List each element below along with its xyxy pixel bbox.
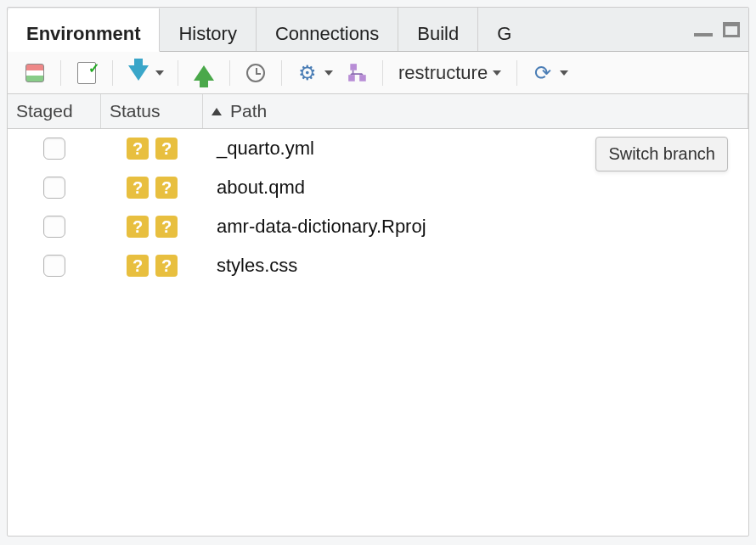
status-badge: ? bbox=[127, 216, 149, 238]
chevron-down-icon bbox=[560, 70, 568, 76]
file-path: styles.css bbox=[203, 255, 748, 277]
svg-rect-1 bbox=[348, 75, 355, 81]
table-row[interactable]: ? ? styles.css bbox=[8, 246, 748, 285]
tooltip-switch-branch: Switch branch bbox=[595, 137, 728, 171]
stage-checkbox[interactable] bbox=[43, 177, 65, 199]
status-badge: ? bbox=[155, 138, 178, 160]
file-path: amr-data-dictionary.Rproj bbox=[203, 216, 748, 238]
column-staged[interactable]: Staged bbox=[8, 94, 101, 128]
table-row[interactable]: ? ? amr-data-dictionary.Rproj bbox=[8, 207, 748, 246]
tab-bar: Environment History Connections Build G bbox=[8, 8, 748, 52]
tab-connections[interactable]: Connections bbox=[257, 8, 398, 51]
minimize-icon[interactable] bbox=[694, 23, 713, 37]
diff-button[interactable] bbox=[16, 57, 54, 89]
refresh-button[interactable]: ⟳ bbox=[524, 57, 575, 89]
git-toolbar: ⚙ restructure ⟳ bbox=[8, 52, 748, 94]
status-badge: ? bbox=[155, 255, 178, 277]
sort-asc-icon bbox=[212, 108, 222, 115]
chevron-down-icon bbox=[155, 70, 164, 76]
branch-name: restructure bbox=[398, 62, 488, 84]
history-button[interactable] bbox=[237, 57, 274, 89]
diff-icon bbox=[25, 64, 44, 82]
tab-history[interactable]: History bbox=[160, 8, 256, 51]
status-badge: ? bbox=[155, 177, 178, 199]
commit-button[interactable] bbox=[68, 57, 105, 89]
status-badge: ? bbox=[155, 216, 178, 238]
tab-git[interactable]: G bbox=[478, 8, 516, 51]
status-badge: ? bbox=[127, 177, 149, 199]
gear-icon: ⚙ bbox=[296, 61, 319, 85]
commit-icon bbox=[77, 62, 96, 84]
push-button[interactable] bbox=[185, 57, 223, 89]
branch-icon bbox=[347, 62, 369, 84]
chevron-down-icon bbox=[324, 70, 333, 76]
maximize-icon[interactable] bbox=[723, 22, 740, 37]
svg-rect-0 bbox=[350, 64, 357, 70]
status-badge: ? bbox=[127, 255, 149, 277]
stage-checkbox[interactable] bbox=[43, 216, 65, 238]
more-button[interactable]: ⚙ bbox=[289, 57, 340, 89]
new-branch-button[interactable] bbox=[340, 57, 375, 89]
table-row[interactable]: ? ? about.qmd bbox=[8, 168, 748, 207]
tab-environment[interactable]: Environment bbox=[8, 8, 160, 52]
pull-button[interactable] bbox=[120, 57, 171, 89]
file-path: about.qmd bbox=[203, 177, 748, 199]
file-list: ? ? _quarto.yml ? ? about.qmd ? ? amr-da… bbox=[8, 129, 748, 536]
pull-icon bbox=[128, 65, 149, 81]
push-icon bbox=[194, 65, 214, 81]
status-badge: ? bbox=[127, 138, 149, 160]
chevron-down-icon bbox=[493, 70, 501, 76]
svg-rect-2 bbox=[359, 75, 366, 81]
stage-checkbox[interactable] bbox=[43, 138, 65, 160]
branch-selector[interactable]: restructure bbox=[390, 59, 510, 87]
clock-icon bbox=[246, 64, 265, 82]
column-status[interactable]: Status bbox=[101, 94, 203, 128]
stage-checkbox[interactable] bbox=[43, 255, 65, 277]
column-path[interactable]: Path bbox=[203, 94, 748, 128]
refresh-icon: ⟳ bbox=[531, 61, 555, 85]
git-pane: Environment History Connections Build G … bbox=[7, 7, 749, 537]
tab-build[interactable]: Build bbox=[398, 8, 478, 51]
file-table-header: Staged Status Path bbox=[8, 94, 748, 129]
